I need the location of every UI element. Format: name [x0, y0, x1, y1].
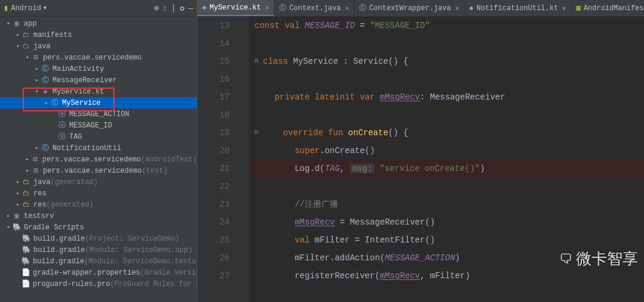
expand-caret-icon[interactable]: ▾ [33, 88, 41, 95]
tree-buildgradle-project[interactable]: 🐘build.gradle (Project: ServiceDemo) [0, 233, 197, 244]
tree-java-gen[interactable]: ▸🗀java (generated) [0, 176, 197, 188]
line-number-gutter[interactable]: 13 14 15 16 17 18 19 20 21 22 23 24 25 2… [197, 17, 234, 302]
tree-label-suffix: (generated) [47, 201, 94, 209]
tab-context[interactable]: ⒸContext.java✕ [274, 0, 354, 16]
line-number[interactable]: 27 [197, 267, 230, 285]
string-literal: "service onCreate()" [380, 164, 480, 173]
manifest-file-icon: ▦ [576, 4, 580, 13]
tab-contextwrapper[interactable]: ⒸContextWrapper.java✕ [354, 0, 464, 16]
tree-myservice[interactable]: ▸ⒸMyService [0, 97, 197, 108]
tree-app[interactable]: ▾▣app [0, 18, 197, 29]
close-tab-icon[interactable]: ✕ [265, 4, 270, 11]
expand-caret-icon[interactable]: ▾ [5, 20, 12, 27]
code-line[interactable]: //注册广播 [249, 195, 644, 213]
comment: //注册广播 [255, 200, 338, 209]
tree-msgid[interactable]: ⓥMESSAGE_ID [0, 120, 197, 131]
collapse-caret-icon[interactable]: ▸ [33, 66, 41, 72]
settings-icon[interactable]: ✿ [179, 3, 184, 13]
project-view-title[interactable]: Android ▼ [11, 4, 47, 13]
close-tab-icon[interactable]: ✕ [345, 4, 349, 12]
tree-gradle-scripts[interactable]: ▾🐘Gradle Scripts [0, 222, 197, 233]
minimize-icon[interactable]: — [188, 3, 193, 13]
tree-notificationutil[interactable]: ▸ⒸNotificationUtil [0, 142, 197, 154]
expand-caret-icon[interactable]: ▾ [14, 43, 21, 49]
tree-res-gen[interactable]: ▸🗀res (generated) [0, 199, 197, 210]
tree-res[interactable]: ▸🗀res [0, 188, 197, 199]
fold-icon[interactable]: ⊟ [255, 52, 261, 70]
collapse-caret-icon[interactable]: ▸ [14, 32, 21, 38]
expand-caret-icon[interactable]: ▾ [5, 224, 12, 231]
code-line[interactable]: private lateinit var mMsgRecv: MessageRe… [249, 88, 644, 106]
collapse-caret-icon[interactable]: ▸ [33, 77, 41, 83]
tab-manifest[interactable]: ▦AndroidManifest.xml✕ [571, 0, 644, 16]
code-line[interactable]: registerReceiver(mMsgRecv, mFilter) [249, 267, 644, 285]
expand-caret-icon[interactable]: ▾ [24, 54, 31, 61]
tree-gradle-wrapper[interactable]: 📄gradle-wrapper.properties (Gradle Versi… [0, 267, 197, 278]
code-line[interactable]: ⊟class MyService : Service() { [249, 52, 644, 70]
line-number[interactable]: 25 [197, 231, 230, 249]
collapse-caret-icon[interactable]: ▸ [5, 213, 12, 219]
code-line[interactable]: super.onCreate() [249, 142, 644, 160]
collapse-caret-icon[interactable]: ▸ [43, 99, 50, 106]
tree-testsrv[interactable]: ▸▣testsrv [0, 210, 197, 222]
line-number[interactable]: 18 [197, 106, 230, 124]
tree-package[interactable]: ▾⊡pers.vaccae.servicedemo [0, 52, 197, 63]
line-number[interactable]: 19 [197, 124, 230, 142]
collapse-caret-icon[interactable]: ▸ [24, 167, 31, 174]
code-line-breakpoint[interactable]: Log.d(TAG, msg: "service onCreate()") [249, 160, 644, 178]
collapse-caret-icon[interactable]: ▸ [14, 179, 21, 185]
line-number[interactable]: 24 [197, 213, 230, 231]
tree-pkg-androidtest[interactable]: ▸⊡pers.vaccae.servicedemo (androidTest) [0, 154, 197, 165]
tree-pkg-test[interactable]: ▸⊡pers.vaccae.servicedemo (test) [0, 165, 197, 176]
target-icon[interactable]: ⊕ [154, 3, 159, 13]
code-line[interactable] [249, 178, 644, 195]
tree-label-suffix: (generated) [51, 178, 98, 186]
line-number[interactable]: 23 [197, 195, 230, 213]
keyword: override fun [263, 128, 348, 138]
tree-java[interactable]: ▾🗀java [0, 41, 197, 52]
collapse-caret-icon[interactable]: ▸ [24, 156, 30, 163]
tree-label-suffix: (androidTest) [141, 155, 197, 164]
line-number[interactable]: 13 [197, 17, 230, 35]
code-line[interactable] [249, 106, 644, 124]
collapse-caret-icon[interactable]: ▸ [33, 145, 41, 151]
close-tab-icon[interactable]: ✕ [455, 4, 459, 12]
tree-buildgradle-app[interactable]: 🐘build.gradle (Module: ServiceDemo.app) [0, 244, 197, 256]
line-number[interactable]: 26 [197, 249, 230, 267]
code-line[interactable]: val mFilter = IntentFilter() [249, 231, 644, 249]
code-line[interactable]: const val MESSAGE_ID = "MESSAGE_ID" [249, 17, 644, 35]
code-line[interactable] [249, 35, 644, 52]
tree-tag[interactable]: ⓥTAG [0, 131, 197, 142]
collapse-caret-icon[interactable]: ▸ [14, 201, 21, 208]
tree-msgaction[interactable]: ⓥMESSAGE_ACTION [0, 108, 197, 120]
line-number[interactable]: 20 [197, 142, 230, 160]
field-ref: mMsgRecv [295, 217, 335, 227]
ide-root: ▮ Android ▼ ⊕ ↕ | ✿ — ▾▣app ▸🗀manifests … [0, 0, 644, 302]
tree-mainactivity[interactable]: ▸ⒸMainActivity [0, 63, 197, 74]
project-tree[interactable]: ▾▣app ▸🗀manifests ▾🗀java ▾⊡pers.vaccae.s… [0, 17, 197, 302]
text: () { [388, 128, 408, 138]
line-number[interactable]: 16 [197, 70, 230, 88]
tab-myservice[interactable]: ◆MyService.kt✕ [197, 0, 274, 16]
sort-icon[interactable]: ↕ [162, 3, 167, 13]
code-line[interactable] [249, 70, 644, 88]
line-number[interactable]: 14 [197, 35, 230, 52]
code-line[interactable]: ⊟ override fun onCreate() { [249, 124, 644, 142]
line-number[interactable]: 17 [197, 88, 230, 106]
line-number[interactable]: 15 [197, 52, 230, 70]
close-tab-icon[interactable]: ✕ [562, 4, 566, 12]
code-line[interactable]: mMsgRecv = MessageReceiver() [249, 213, 644, 231]
tree-myservicekt[interactable]: ▾◆MyService.kt [0, 86, 197, 97]
text [374, 164, 379, 173]
generated-folder-icon: 🗀 [21, 200, 31, 209]
tab-notificationutil[interactable]: ◆NotificationUtil.kt✕ [465, 0, 572, 16]
line-number[interactable]: 21 [197, 160, 230, 178]
tree-messagereceiver[interactable]: ▸ⒸMessageReceiver [0, 74, 197, 86]
collapse-caret-icon[interactable]: ▸ [14, 190, 21, 197]
tree-manifests[interactable]: ▸🗀manifests [0, 29, 197, 41]
function-name: onCreate [348, 128, 388, 138]
fold-icon[interactable]: ⊟ [255, 124, 261, 142]
tree-buildgradle-testsrv[interactable]: 🐘build.gradle (Module: ServiceDemo.tests… [0, 256, 197, 267]
tree-proguard[interactable]: 📄proguard-rules.pro (ProGuard Rules for … [0, 278, 197, 289]
line-number[interactable]: 22 [197, 178, 230, 195]
